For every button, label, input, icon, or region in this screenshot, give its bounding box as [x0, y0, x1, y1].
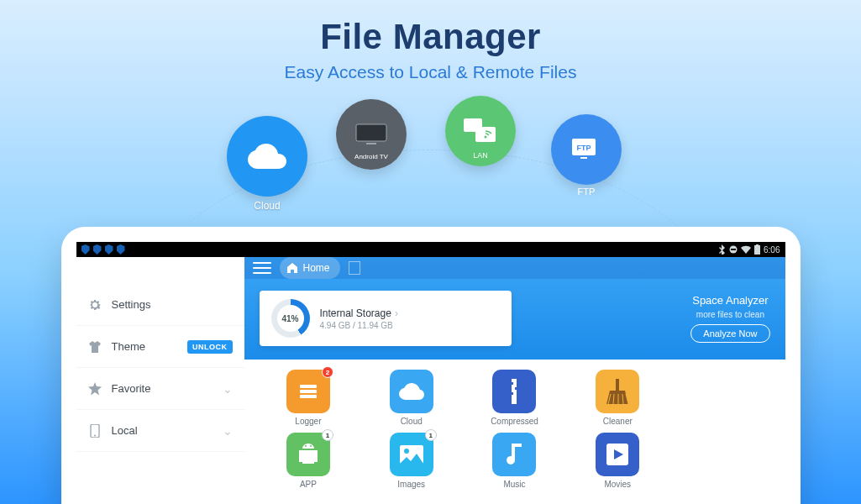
svg-point-23: [310, 445, 312, 447]
breadcrumb-home[interactable]: Home: [280, 257, 340, 279]
feature-cloud-label: Cloud: [227, 200, 307, 212]
svg-rect-18: [510, 382, 513, 385]
hamburger-button[interactable]: [253, 262, 271, 274]
tile-compressed[interactable]: Compressed: [467, 370, 562, 426]
dnd-icon: [729, 245, 738, 254]
tile-label: Movies: [570, 480, 665, 489]
sidebar-label: Favorite: [112, 382, 151, 395]
music-icon: [492, 433, 536, 476]
sidebar-item-theme[interactable]: Theme UNLOCK: [76, 326, 244, 368]
svg-rect-3: [475, 127, 496, 142]
breadcrumb-label: Home: [303, 262, 330, 274]
statusbar-right: 6:06: [719, 244, 780, 255]
sidebar-label: Local: [112, 424, 138, 437]
badge: 1: [425, 429, 437, 441]
app-body: Settings Theme UNLOCK Favorite ⌄: [76, 257, 785, 497]
svg-rect-7: [580, 157, 587, 159]
main-panel: Home 41% Internal Storage ›: [244, 257, 785, 497]
home-icon: [286, 262, 298, 274]
movies-icon: [596, 433, 639, 476]
feature-ftp: FTP FTP: [551, 114, 622, 198]
svg-rect-21: [616, 379, 619, 391]
tabs-button[interactable]: [349, 261, 360, 275]
shield-icon: [105, 244, 113, 255]
svg-rect-19: [515, 387, 518, 390]
tile-cloud[interactable]: Cloud: [364, 370, 459, 426]
tile-label: Logger: [261, 417, 356, 426]
chevron-down-icon: ⌄: [223, 424, 233, 438]
category-grid: 2 Logger Cloud Compress: [244, 360, 785, 497]
logger-icon: 2: [286, 370, 330, 413]
sidebar: Settings Theme UNLOCK Favorite ⌄: [76, 257, 244, 497]
sidebar-item-favorite[interactable]: Favorite ⌄: [76, 368, 244, 410]
tile-music[interactable]: Music: [467, 433, 562, 489]
feature-cloud: Cloud: [227, 116, 307, 212]
svg-text:FTP: FTP: [577, 144, 591, 152]
svg-point-4: [485, 136, 487, 139]
tile-label: Cloud: [364, 417, 459, 426]
tile-label: APP: [261, 480, 356, 489]
badge: 1: [322, 429, 333, 441]
info-band: 41% Internal Storage › 4.94 GB / 11.94 G…: [244, 279, 785, 360]
shield-icon: [81, 244, 90, 255]
feature-androidtv: Android TV: [336, 99, 407, 181]
analyzer-title: Space Analyzer: [692, 294, 768, 307]
analyze-now-button[interactable]: Analyze Now: [690, 324, 769, 343]
feature-circles: Cloud Android TV LAN FTP FTP: [0, 99, 861, 217]
feature-lan-label: LAN: [445, 151, 516, 160]
hero-subtitle: Easy Access to Local & Remote Files: [0, 62, 861, 82]
shield-icon: [93, 244, 102, 255]
tile-app[interactable]: 1 APP: [261, 433, 356, 489]
tablet-mockup: 6:06 Settings Theme UNLOCK: [61, 227, 801, 504]
feature-lan: LAN: [445, 96, 516, 178]
device-screen: 6:06 Settings Theme UNLOCK: [76, 242, 785, 497]
svg-point-13: [94, 434, 96, 436]
shirt-icon: [88, 340, 102, 354]
storage-title: Internal Storage: [320, 307, 391, 319]
cloud-icon: [227, 116, 307, 197]
unlock-badge[interactable]: UNLOCK: [187, 340, 233, 354]
sidebar-label: Settings: [112, 298, 151, 311]
android-statusbar: 6:06: [76, 242, 785, 257]
sidebar-label: Theme: [112, 340, 145, 353]
analyzer-subtitle: more files to clean: [696, 310, 764, 319]
storage-card[interactable]: 41% Internal Storage › 4.94 GB / 11.94 G…: [260, 291, 512, 346]
svg-rect-1: [366, 143, 376, 144]
tile-label: Compressed: [467, 417, 562, 426]
tile-movies[interactable]: Movies: [570, 433, 665, 489]
ftp-icon: FTP: [551, 114, 622, 185]
storage-detail: 4.94 GB / 11.94 GB: [320, 321, 398, 330]
star-icon: [88, 382, 102, 396]
phone-icon: [88, 424, 102, 438]
svg-rect-9: [731, 249, 736, 250]
shield-icon: [117, 244, 125, 255]
svg-rect-10: [754, 245, 760, 255]
tile-images[interactable]: 1 Images: [364, 433, 459, 489]
tile-logger[interactable]: 2 Logger: [261, 370, 356, 426]
tile-label: Music: [467, 480, 562, 489]
chevron-right-icon: ›: [395, 307, 398, 319]
svg-point-25: [404, 449, 409, 454]
svg-rect-14: [300, 385, 317, 388]
topbar: Home: [244, 257, 785, 279]
compressed-icon: [492, 370, 536, 413]
svg-rect-15: [300, 390, 317, 393]
gear-icon: [88, 298, 102, 312]
app-icon: 1: [286, 433, 330, 476]
hero-title: File Manager: [0, 17, 861, 57]
storage-percent: 41%: [281, 314, 298, 323]
battery-icon: [754, 244, 760, 255]
sidebar-item-local[interactable]: Local ⌄: [76, 410, 244, 452]
svg-rect-11: [756, 244, 759, 245]
tile-label: Images: [364, 480, 459, 489]
tile-label: Cleaner: [570, 417, 665, 426]
badge: 2: [322, 366, 333, 378]
tile-cleaner[interactable]: Cleaner: [570, 370, 665, 426]
cloud-tile-icon: [390, 370, 433, 413]
feature-ftp-label: FTP: [551, 186, 622, 197]
space-analyzer: Space Analyzer more files to clean Analy…: [690, 294, 769, 343]
sidebar-item-settings[interactable]: Settings: [76, 284, 244, 326]
storage-donut: 41%: [271, 299, 310, 338]
images-icon: 1: [390, 433, 433, 476]
svg-rect-16: [300, 395, 317, 398]
